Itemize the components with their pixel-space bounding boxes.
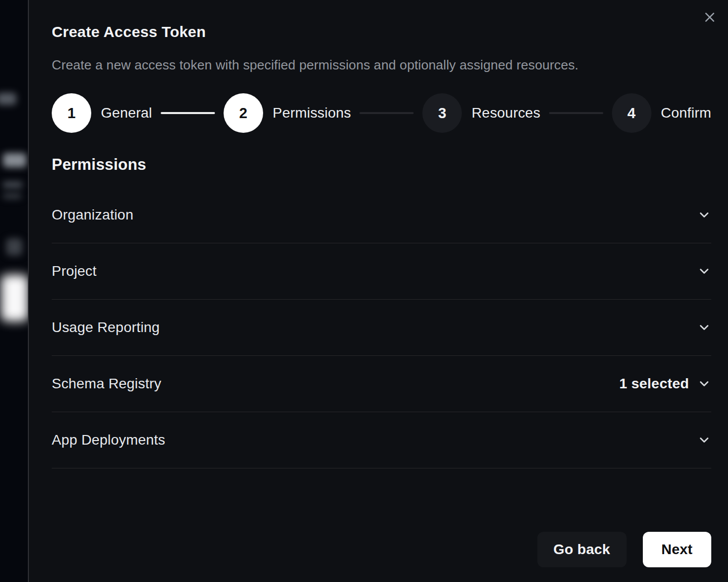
blurred-sidebar-text — [3, 153, 26, 167]
step-label: General — [101, 105, 152, 121]
step-number-badge: 1 — [52, 93, 91, 133]
step-label: Resources — [471, 105, 540, 121]
close-button[interactable] — [701, 8, 719, 26]
step-label: Permissions — [273, 105, 351, 121]
accordion-label: Project — [52, 263, 97, 279]
go-back-button[interactable]: Go back — [537, 532, 627, 567]
blurred-sidebar-logo — [1, 275, 28, 321]
blurred-sidebar-text — [3, 181, 22, 188]
blurred-sidebar-icon — [6, 238, 22, 256]
step-permissions[interactable]: 2 Permissions — [224, 93, 351, 133]
chevron-down-icon — [697, 264, 711, 278]
accordion-label: Schema Registry — [52, 376, 161, 392]
accordion-row-usage-reporting[interactable]: Usage Reporting — [52, 300, 711, 356]
create-access-token-dialog: Create Access Token Create a new access … — [28, 0, 728, 582]
accordion-label: Organization — [52, 207, 133, 223]
step-general[interactable]: 1 General — [52, 93, 152, 133]
step-number-badge: 2 — [224, 93, 263, 133]
dialog-subtitle: Create a new access token with specified… — [52, 57, 711, 73]
accordion-row-organization[interactable]: Organization — [52, 187, 711, 243]
accordion-label: Usage Reporting — [52, 319, 160, 336]
chevron-down-icon — [697, 208, 711, 222]
wizard-stepper: 1 General 2 Permissions 3 Resources 4 Co… — [52, 93, 711, 133]
dialog-footer: Go back Next — [537, 532, 711, 567]
permissions-heading: Permissions — [52, 156, 711, 174]
accordion-row-app-deployments[interactable]: App Deployments — [52, 412, 711, 468]
chevron-down-icon — [697, 433, 711, 447]
selected-count: 1 selected — [620, 376, 689, 392]
step-confirm[interactable]: 4 Confirm — [612, 93, 711, 133]
step-connector — [359, 112, 414, 114]
blurred-sidebar-text — [3, 193, 21, 199]
next-button[interactable]: Next — [643, 532, 712, 567]
step-number-badge: 3 — [422, 93, 462, 133]
close-icon — [703, 11, 716, 24]
dialog-title: Create Access Token — [52, 23, 711, 41]
step-connector — [549, 112, 603, 114]
step-connector — [161, 112, 215, 114]
background-app — [0, 0, 28, 582]
step-resources[interactable]: 3 Resources — [422, 93, 540, 133]
accordion-label: App Deployments — [52, 432, 165, 448]
blurred-sidebar-text — [0, 93, 16, 105]
step-number-badge: 4 — [612, 93, 651, 133]
accordion-row-schema-registry[interactable]: Schema Registry 1 selected — [52, 356, 711, 412]
chevron-down-icon — [697, 320, 711, 335]
permissions-list: Organization Project Usage Reporting Sch… — [52, 187, 711, 468]
accordion-row-project[interactable]: Project — [52, 243, 711, 300]
chevron-down-icon — [697, 377, 711, 391]
step-label: Confirm — [661, 105, 711, 121]
